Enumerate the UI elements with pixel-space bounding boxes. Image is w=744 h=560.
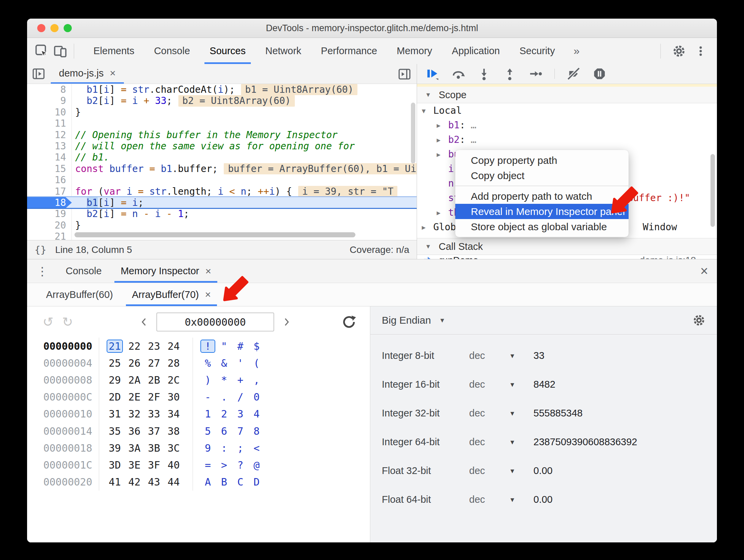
- code-line-10[interactable]: 10}: [27, 107, 417, 118]
- ascii-char[interactable]: !: [200, 340, 215, 353]
- inspect-element-icon[interactable]: [35, 44, 49, 59]
- line-number[interactable]: 13: [27, 141, 72, 152]
- code-line-19[interactable]: 19 b2[i] = n - i - 1;: [27, 208, 417, 219]
- hex-byte[interactable]: 29: [107, 373, 123, 387]
- line-number[interactable]: 15: [27, 163, 72, 174]
- pause-on-exceptions-icon[interactable]: [593, 67, 606, 81]
- hex-byte[interactable]: 2B: [146, 373, 162, 387]
- hex-byte[interactable]: 21: [107, 340, 123, 353]
- close-tab-icon[interactable]: ×: [205, 289, 211, 300]
- settings-gear-icon[interactable]: [672, 44, 686, 58]
- scope-row-b2[interactable]: ▶b2:…: [417, 132, 717, 147]
- twisty-icon[interactable]: ▼: [422, 107, 433, 114]
- hex-byte[interactable]: 26: [126, 357, 143, 370]
- menu-item-store-object-as-global-variable[interactable]: Store object as global variable: [455, 219, 629, 234]
- ascii-char[interactable]: 1: [200, 407, 215, 421]
- hex-byte[interactable]: 3D: [107, 458, 123, 472]
- hex-byte[interactable]: 3C: [166, 441, 182, 455]
- ascii-char[interactable]: *: [217, 373, 232, 387]
- hex-byte[interactable]: 41: [107, 475, 123, 489]
- history-back-icon[interactable]: ↺: [43, 315, 53, 329]
- ascii-char[interactable]: B: [217, 475, 232, 489]
- menu-item-reveal-in-memory-inspector-panel[interactable]: Reveal in Memory Inspector panel: [455, 204, 629, 219]
- drawer-tab-console[interactable]: Console: [56, 259, 111, 283]
- code-line-14[interactable]: 14// b1.: [27, 152, 417, 163]
- ascii-char[interactable]: ;: [233, 441, 248, 455]
- code-line-20[interactable]: 20}: [27, 220, 417, 231]
- twisty-icon[interactable]: ▶: [437, 136, 448, 144]
- line-number[interactable]: 18: [27, 197, 72, 208]
- hex-byte[interactable]: 44: [166, 475, 182, 489]
- tab-console[interactable]: Console: [144, 38, 200, 64]
- endianness-select[interactable]: Big Endian: [382, 315, 431, 326]
- hex-byte[interactable]: 33: [146, 407, 162, 421]
- close-window-button[interactable]: [37, 24, 45, 32]
- drawer-menu-icon[interactable]: ⋮: [27, 259, 56, 283]
- hex-byte[interactable]: 23: [146, 340, 162, 353]
- tab-security[interactable]: Security: [510, 38, 565, 64]
- hex-byte[interactable]: 36: [126, 425, 143, 438]
- ascii-char[interactable]: /: [233, 390, 248, 404]
- toggle-debugger-sidebar-icon[interactable]: [398, 67, 411, 81]
- step-icon[interactable]: [529, 67, 542, 81]
- next-page-icon[interactable]: [281, 317, 292, 327]
- menu-item-copy-property-path[interactable]: Copy property path: [455, 153, 629, 168]
- scope-scrollbar[interactable]: [710, 154, 715, 227]
- code-line-18[interactable]: 18 b1[i] = i;: [27, 197, 417, 208]
- ascii-char[interactable]: D: [249, 475, 264, 489]
- hex-byte[interactable]: 39: [107, 441, 123, 455]
- line-number[interactable]: 10: [27, 107, 72, 118]
- hex-byte[interactable]: 32: [126, 407, 143, 421]
- ascii-char[interactable]: @: [249, 458, 264, 472]
- chevron-down-icon[interactable]: ▾: [510, 467, 514, 475]
- format-select[interactable]: dec: [469, 350, 485, 361]
- format-select[interactable]: dec: [469, 436, 485, 448]
- chevron-down-icon[interactable]: ▾: [510, 351, 514, 360]
- twisty-icon[interactable]: ▶: [437, 122, 448, 129]
- line-number[interactable]: 11: [27, 118, 72, 129]
- tab-memory[interactable]: Memory: [387, 38, 442, 64]
- hex-byte[interactable]: 2F: [146, 390, 162, 404]
- ascii-char[interactable]: =: [200, 458, 215, 472]
- line-number[interactable]: 20: [27, 220, 72, 231]
- file-tab-demo-js[interactable]: demo-js.js ×: [51, 64, 124, 84]
- horizontal-scrollbar[interactable]: [74, 232, 355, 237]
- hex-byte[interactable]: 25: [107, 357, 123, 370]
- step-out-icon[interactable]: [503, 67, 517, 81]
- twisty-icon[interactable]: ▶: [422, 223, 433, 231]
- hex-byte[interactable]: 22: [126, 340, 143, 353]
- ascii-char[interactable]: 2: [217, 407, 232, 421]
- interpretation-settings-gear-icon[interactable]: [693, 314, 705, 327]
- code-line-8[interactable]: 8 b1[i] = str.charCodeAt(i);b1 = Uint8Ar…: [27, 84, 417, 95]
- ascii-char[interactable]: $: [249, 340, 264, 353]
- line-number[interactable]: 19: [27, 208, 72, 219]
- address-input[interactable]: [156, 313, 274, 331]
- zoom-window-button[interactable]: [64, 24, 72, 32]
- ascii-char[interactable]: <: [249, 441, 264, 455]
- ascii-char[interactable]: 0: [249, 390, 264, 404]
- ascii-char[interactable]: >: [217, 458, 232, 472]
- line-number[interactable]: 9: [27, 95, 72, 106]
- tab-elements[interactable]: Elements: [84, 38, 144, 64]
- line-number[interactable]: 8: [27, 84, 72, 95]
- format-select[interactable]: dec: [469, 379, 485, 390]
- hex-byte[interactable]: 2A: [126, 373, 143, 387]
- code-line-15[interactable]: 15const buffer = b1.buffer;buffer = Arra…: [27, 163, 417, 174]
- hex-byte[interactable]: 42: [126, 475, 143, 489]
- vertical-scrollbar[interactable]: [411, 103, 415, 164]
- ascii-char[interactable]: +: [233, 373, 248, 387]
- hex-byte[interactable]: 30: [166, 390, 182, 404]
- hex-byte[interactable]: 24: [166, 340, 182, 353]
- code-line-11[interactable]: 11: [27, 118, 417, 129]
- buffer-tab-arraybuffer-60-[interactable]: ArrayBuffer(60): [37, 283, 123, 306]
- hex-byte[interactable]: 40: [166, 458, 182, 472]
- chevron-down-icon[interactable]: ▾: [510, 409, 514, 418]
- ascii-char[interactable]: C: [233, 475, 248, 489]
- menu-item-copy-object[interactable]: Copy object: [455, 168, 629, 183]
- ascii-char[interactable]: .: [217, 390, 232, 404]
- tab-application[interactable]: Application: [442, 38, 510, 64]
- code-line-9[interactable]: 9 b2[i] = i + 33;b2 = Uint8Array(60): [27, 95, 417, 106]
- scope-row-b1[interactable]: ▶b1:…: [417, 118, 717, 132]
- minimize-window-button[interactable]: [50, 24, 59, 32]
- twisty-icon[interactable]: ▶: [437, 151, 448, 158]
